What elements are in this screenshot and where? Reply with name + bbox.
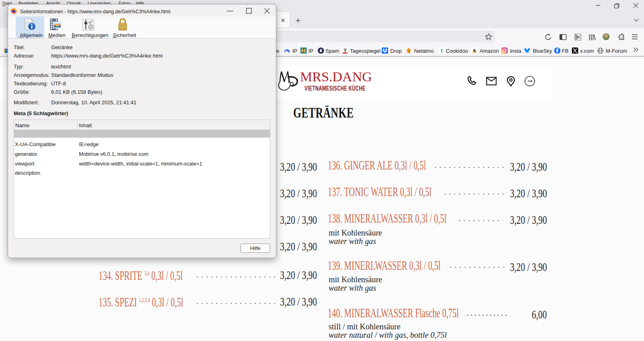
svg-text:a: a xyxy=(473,48,476,53)
svg-text:T: T xyxy=(344,48,347,53)
